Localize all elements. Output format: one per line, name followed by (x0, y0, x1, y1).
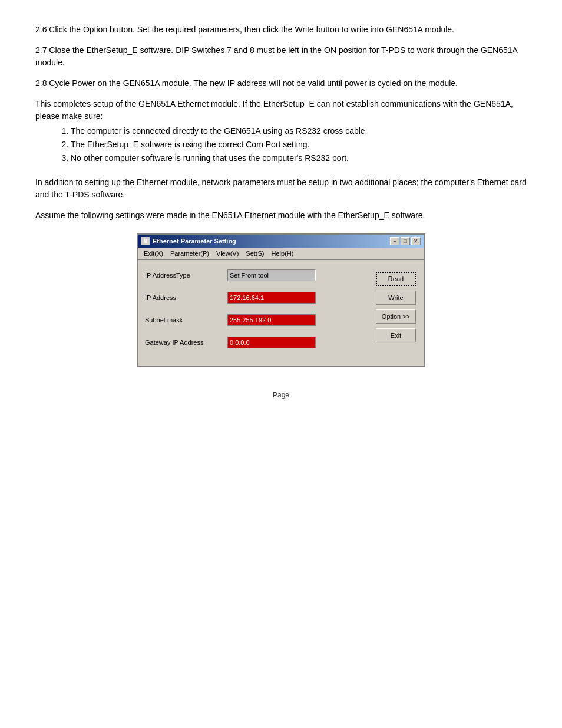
paragraph-28: 2.8 Cycle Power on the GEN651A module. T… (35, 77, 527, 90)
list-item-3: No other computer software is running th… (71, 152, 527, 164)
paragraph-28-suffix: The new IP address will not be valid unt… (191, 78, 458, 88)
menu-set[interactable]: Set(S) (242, 249, 267, 258)
label-subnet-mask: Subnet mask (145, 317, 222, 324)
option-button[interactable]: Option >> (376, 309, 416, 324)
input-subnet-mask[interactable] (227, 314, 316, 326)
field-row-ip-address: IP Address (145, 292, 369, 304)
window-title: Ethernet Parameter Setting (153, 238, 236, 245)
ethernet-window: 🖥 Ethernet Parameter Setting − □ ✕ Exit(… (137, 233, 425, 367)
paragraph-additional: In addition to setting up the Ethernet m… (35, 176, 527, 201)
assume-text: Assume the following settings were made … (35, 210, 425, 220)
paragraph-28-underline: Cycle Power on the GEN651A module. (49, 78, 191, 88)
completion-section: This completes setup of the GEN651A Ethe… (35, 98, 527, 164)
minimize-button[interactable]: − (390, 237, 399, 245)
paragraph-28-prefix: 2.8 (35, 78, 49, 88)
paragraph-26: 2.6 Click the Option button. Set the req… (35, 24, 527, 36)
label-ip-address: IP Address (145, 294, 222, 301)
title-bar-left: 🖥 Ethernet Parameter Setting (141, 237, 236, 245)
menu-help[interactable]: Help(H) (268, 249, 297, 258)
input-gateway[interactable] (227, 337, 316, 348)
title-bar: 🖥 Ethernet Parameter Setting − □ ✕ (138, 235, 424, 248)
field-row-gateway: Gateway IP Address (145, 337, 369, 348)
page-footer: Page (35, 391, 527, 399)
read-button[interactable]: Read (376, 272, 416, 286)
menubar: Exit(X) Parameter(P) View(V) Set(S) Help… (138, 248, 424, 260)
list-item-1: The computer is connected directly to th… (71, 125, 527, 137)
window-body: IP AddressType IP Address Subnet mask Ga… (138, 260, 424, 366)
menu-parameter[interactable]: Parameter(P) (167, 249, 213, 258)
additional-text: In addition to setting up the Ethernet m… (35, 177, 527, 199)
title-controls[interactable]: − □ ✕ (390, 237, 421, 245)
label-gateway: Gateway IP Address (145, 339, 222, 346)
input-ip-address[interactable] (227, 292, 316, 304)
form-area: IP AddressType IP Address Subnet mask Ga… (145, 269, 369, 359)
paragraph-26-text: 2.6 Click the Option button. Set the req… (35, 25, 454, 34)
window-wrapper: 🖥 Ethernet Parameter Setting − □ ✕ Exit(… (35, 233, 527, 367)
requirements-list: The computer is connected directly to th… (71, 125, 527, 164)
footer-label: Page (273, 391, 289, 399)
window-icon: 🖥 (141, 237, 150, 245)
exit-button[interactable]: Exit (376, 328, 416, 342)
close-button[interactable]: ✕ (411, 237, 421, 245)
write-button[interactable]: Write (376, 291, 416, 305)
paragraph-27-text: 2.7 Close the EtherSetup_E software. DIP… (35, 45, 517, 67)
paragraph-27: 2.7 Close the EtherSetup_E software. DIP… (35, 44, 527, 69)
restore-button[interactable]: □ (401, 237, 410, 245)
content-block: 2.6 Click the Option button. Set the req… (35, 24, 527, 367)
field-row-subnet-mask: Subnet mask (145, 314, 369, 326)
list-item-2: The EtherSetup_E software is using the c… (71, 139, 527, 151)
menu-exit[interactable]: Exit(X) (140, 249, 167, 258)
menu-view[interactable]: View(V) (213, 249, 242, 258)
completion-text: This completes setup of the GEN651A Ethe… (35, 99, 513, 121)
field-row-ip-address-type: IP AddressType (145, 269, 369, 281)
input-ip-address-type[interactable] (227, 269, 316, 281)
label-ip-address-type: IP AddressType (145, 272, 222, 279)
buttons-area: Read Write Option >> Exit (376, 269, 417, 359)
paragraph-assume: Assume the following settings were made … (35, 209, 527, 222)
